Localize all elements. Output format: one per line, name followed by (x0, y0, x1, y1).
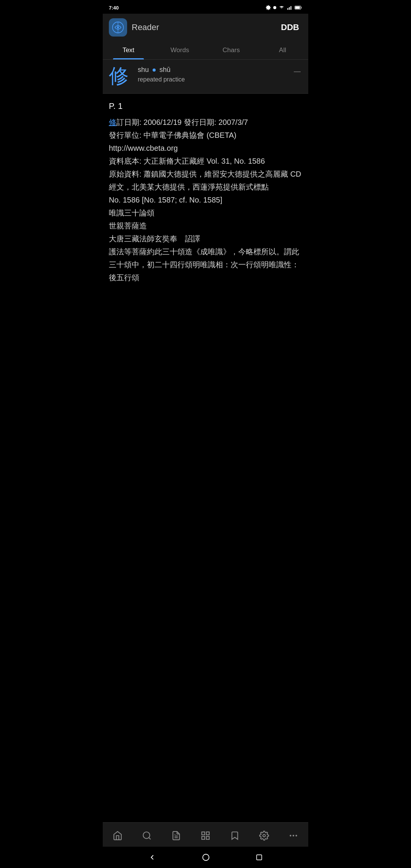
more-icon (288, 831, 298, 841)
sys-recents-button[interactable] (255, 854, 263, 861)
svg-rect-13 (202, 832, 205, 835)
svg-point-9 (143, 832, 150, 838)
nav-notes-button[interactable] (168, 829, 184, 842)
status-time: 7:40 (109, 5, 119, 11)
header: Reader DDB (103, 14, 308, 41)
text-line-6: No. 1586 [No. 1587; cf. No. 1585] (109, 196, 222, 204)
svg-line-10 (149, 838, 151, 839)
svg-rect-3 (290, 6, 291, 10)
nav-more-button[interactable] (285, 829, 301, 842)
text-line-5: 原始資料: 蕭鎮國大德提供，維習安大德提供之高麗藏 CD 經文，北美某大德提供，… (109, 170, 301, 191)
svg-rect-14 (206, 832, 209, 835)
main-text-area: P. 1 修訂日期: 2006/12/19 發行日期: 2007/3/7 發行單… (103, 94, 308, 822)
svg-point-17 (263, 834, 266, 837)
battery-icon (295, 5, 302, 10)
word-definition: repeated practice (138, 75, 286, 84)
system-nav-bar (103, 847, 308, 868)
wifi-icon (279, 5, 285, 10)
nav-settings-button[interactable] (256, 829, 272, 842)
tab-chars[interactable]: Chars (206, 41, 257, 59)
bottom-nav (103, 822, 308, 847)
text-line-8: 世親菩薩造 (109, 222, 147, 230)
svg-point-21 (203, 854, 209, 861)
settings-icon (259, 831, 269, 841)
home-icon (113, 831, 123, 841)
svg-rect-2 (289, 7, 290, 10)
tab-words[interactable]: Words (154, 41, 206, 59)
text-line-3: http://www.cbeta.org (109, 144, 178, 152)
svg-rect-1 (287, 8, 288, 10)
pinyin-1: shu (138, 66, 149, 74)
nav-search-button[interactable] (139, 829, 155, 842)
pinyin-dot (153, 69, 156, 72)
text-line-1: 訂日期: 2006/12/19 發行日期: 2007/3/7 (116, 118, 248, 126)
text-line-10: 護法等菩薩約此三十頌造《成唯識》，今略標所以。謂此三十頌中，初二十四行頌明唯識相… (109, 247, 299, 282)
text-line-4: 資料底本: 大正新脩大正藏經 Vol. 31, No. 1586 (109, 157, 265, 165)
notification-dot (273, 6, 276, 9)
page-number: P. 1 (109, 101, 302, 111)
sys-home-button[interactable] (202, 853, 210, 862)
sys-back-button[interactable] (148, 853, 156, 862)
app-logo (109, 18, 127, 37)
status-bar: 7:40 (103, 0, 308, 14)
word-card-more-button[interactable]: — (292, 66, 302, 77)
svg-rect-16 (206, 836, 209, 839)
bookmark-icon (230, 831, 240, 841)
nav-home-button[interactable] (110, 829, 126, 842)
word-info: shu shū repeated practice (138, 66, 286, 84)
pinyin-2: shū (159, 66, 170, 74)
status-icons (266, 5, 302, 10)
tabs-bar: Text Words Chars All (103, 41, 308, 60)
text-line-9: 大唐三藏法師玄奘奉 詔譯 (109, 235, 200, 243)
search-icon (142, 831, 152, 841)
back-arrow-icon (148, 853, 156, 862)
nav-bookmark-button[interactable] (227, 829, 243, 842)
nav-grid-button[interactable] (198, 829, 213, 842)
highlighted-char[interactable]: 修 (109, 118, 116, 126)
text-line-7: 唯識三十論頌 (109, 209, 155, 217)
svg-rect-15 (202, 836, 205, 839)
signal-icon (287, 5, 292, 10)
svg-rect-5 (295, 6, 300, 9)
header-db-name: DDB (281, 22, 299, 32)
svg-point-18 (290, 834, 292, 836)
svg-point-19 (293, 834, 294, 836)
word-character: 修 (109, 66, 132, 86)
svg-rect-22 (256, 855, 261, 860)
header-app-name: Reader (132, 22, 159, 32)
sys-home-circle-icon (202, 853, 210, 862)
text-line-2: 發行單位: 中華電子佛典協會 (CBETA) (109, 131, 236, 139)
word-pinyin: shu shū (138, 66, 286, 74)
grid-icon (201, 831, 210, 841)
sys-recents-icon (255, 854, 263, 861)
tab-all[interactable]: All (257, 41, 308, 59)
svg-point-20 (296, 834, 297, 836)
notes-icon (171, 831, 181, 841)
settings-status-icon (266, 5, 271, 10)
text-content: 修訂日期: 2006/12/19 發行日期: 2007/3/7 發行單位: 中華… (109, 116, 302, 284)
tab-text[interactable]: Text (103, 41, 154, 59)
word-card: 修 shu shū repeated practice — (103, 60, 308, 94)
